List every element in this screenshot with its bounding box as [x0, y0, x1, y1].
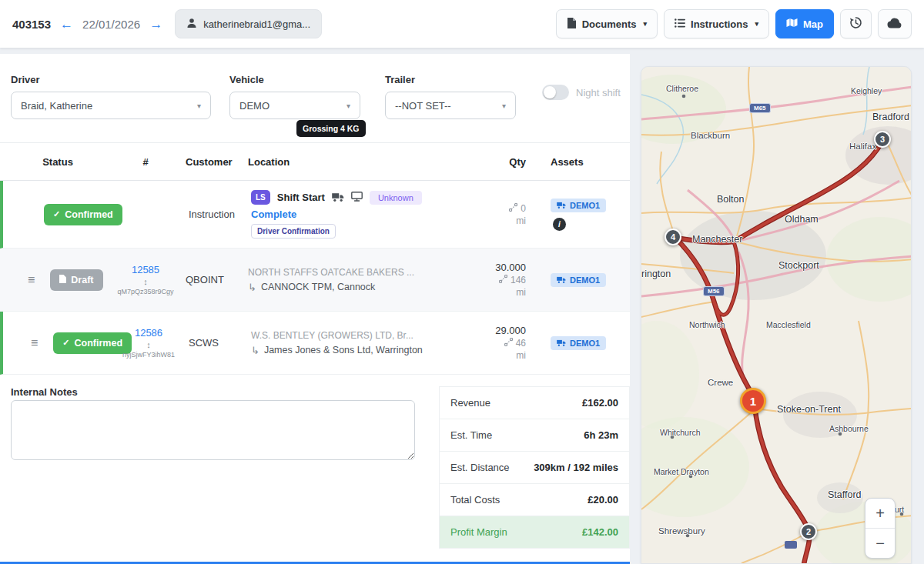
map-marker-3[interactable]: 3: [874, 131, 891, 148]
load-code: qM7pQz358r9Cgy: [117, 288, 173, 295]
internal-notes-label: Internal Notes: [11, 386, 78, 398]
map-marker-1-selected[interactable]: 1: [740, 388, 766, 414]
summary-value: 6h 23m: [584, 429, 618, 441]
job-date: 22/01/2026: [82, 18, 140, 31]
map-city-label: Whitchurch: [660, 428, 701, 437]
status-label: Confirmed: [75, 338, 123, 349]
distance-unit: mi: [516, 215, 526, 226]
summary-row-total-costs: Total Costs £20.00: [440, 484, 629, 516]
chevron-down-icon: ▾: [197, 102, 201, 110]
column-header-qty: Qty: [478, 156, 549, 168]
map-city-label: Northwich: [689, 320, 725, 329]
map-marker-2[interactable]: 2: [800, 523, 817, 540]
asset-badge[interactable]: DEMO1: [551, 273, 606, 287]
complete-link[interactable]: Complete: [251, 209, 296, 220]
map-city-label: Halifax: [849, 142, 876, 151]
driver-select[interactable]: Braid, Katherine ▾: [11, 92, 211, 119]
summary-value: £162.00: [582, 397, 618, 409]
instructions-label: Instructions: [691, 18, 748, 30]
trailer-value: --NOT SET--: [395, 100, 451, 112]
top-header-bar: 403153 ← 22/01/2026 → katherinebraid1@gm…: [0, 0, 924, 48]
motorway-badge: M56: [703, 286, 725, 296]
trailer-field: Trailer --NOT SET-- ▾: [385, 74, 516, 119]
header-actions: Documents ▾ Instructions ▾ Map: [556, 9, 912, 38]
load-number-link[interactable]: 12585: [132, 264, 159, 275]
asset-badge[interactable]: DEMO1: [551, 199, 606, 212]
monitor-icon: [351, 191, 363, 205]
chevron-down-icon: ▾: [755, 20, 758, 28]
prev-date-button[interactable]: ←: [60, 18, 73, 31]
next-date-button[interactable]: →: [149, 18, 162, 31]
grossing-tooltip: Grossing 4 KG: [296, 120, 366, 137]
truck-icon: [557, 275, 566, 285]
map-city-label: Stafford: [828, 489, 862, 500]
check-icon: ✓: [53, 209, 60, 219]
pickup-location: NORTH STAFFS OATCAKE BAKERS ...: [248, 267, 478, 278]
history-button[interactable]: [840, 9, 872, 38]
customer-cell: Instruction: [179, 181, 242, 248]
summary-row-revenue: Revenue £162.00: [440, 387, 629, 419]
map-city-label: Clitheroe: [666, 84, 698, 93]
column-header-number: #: [116, 156, 176, 168]
truck-icon: [557, 339, 566, 348]
financial-summary-table: Revenue £162.00 Est. Time 6h 23m Est. Di…: [439, 386, 630, 549]
reorder-icon[interactable]: ↕: [146, 340, 151, 349]
status-confirmed-button[interactable]: ✓ Confirmed: [44, 204, 122, 225]
summary-value: 309km / 192 miles: [534, 462, 618, 473]
map-city-label: rington: [641, 269, 671, 279]
night-shift-control: Night shift: [542, 85, 621, 100]
trailer-select[interactable]: --NOT SET-- ▾: [385, 92, 516, 119]
map-city-label: Stoke-on-Trent: [777, 404, 841, 415]
summary-label: Total Costs: [450, 494, 500, 506]
person-icon: [186, 18, 197, 31]
summary-label: Profit Margin: [450, 526, 507, 538]
vehicle-value: DEMO: [239, 100, 270, 112]
table-row-instruction: ✓ Confirmed Instruction LS Shift Start U…: [0, 181, 630, 249]
vehicle-label: Vehicle: [229, 74, 360, 85]
asset-badge[interactable]: DEMO1: [551, 336, 606, 350]
truck-icon: [557, 201, 566, 210]
history-icon: [849, 16, 862, 32]
loads-table-header: Status # Customer Location Qty Assets: [0, 142, 630, 181]
reorder-icon[interactable]: ↕: [143, 277, 148, 286]
route-distance-icon: [504, 338, 513, 349]
vehicle-select[interactable]: DEMO ▾: [229, 92, 360, 119]
sub-location-arrow-icon: ↳: [248, 282, 256, 293]
info-icon[interactable]: i: [553, 218, 566, 231]
route-distance-icon: [509, 203, 517, 214]
drag-handle-icon[interactable]: ≡: [28, 273, 35, 287]
status-draft-button[interactable]: Draft: [50, 269, 102, 291]
cloud-sync-button[interactable]: [878, 9, 912, 38]
job-number: 403153: [12, 18, 51, 31]
documents-label: Documents: [582, 18, 637, 30]
internal-notes-textarea[interactable]: [11, 400, 415, 460]
trailer-label: Trailer: [385, 74, 516, 85]
job-detail-panel: Driver Braid, Katherine ▾ Vehicle DEMO ▾…: [0, 54, 630, 564]
customer-cell: QBOINT: [176, 249, 239, 311]
map-button[interactable]: Map: [775, 9, 834, 38]
zoom-in-button[interactable]: +: [865, 499, 895, 528]
night-shift-toggle[interactable]: [542, 85, 569, 100]
map-city-label: Blackburn: [691, 131, 730, 140]
zoom-out-button[interactable]: −: [865, 529, 895, 558]
map-city-label: Oldham: [785, 214, 819, 225]
summary-value: £20.00: [588, 494, 618, 506]
route-map[interactable]: Clitheroe Keighley Bradford Blackburn Ha…: [641, 66, 912, 564]
map-city-label: Bolton: [717, 194, 744, 205]
delivery-location: CANNOCK TPM, Cannock: [261, 282, 375, 292]
chevron-down-icon: ▾: [644, 20, 648, 28]
map-marker-4[interactable]: 4: [665, 229, 681, 245]
instructions-button[interactable]: Instructions ▾: [664, 9, 769, 38]
driver-email-button[interactable]: katherinebraid1@gma...: [175, 9, 322, 38]
driver-value: Braid, Katherine: [21, 100, 92, 112]
motorway-badge: M65: [749, 103, 771, 113]
map-city-label: Keighley: [851, 86, 882, 95]
documents-button[interactable]: Documents ▾: [556, 9, 658, 38]
map-label: Map: [803, 18, 823, 30]
summary-label: Est. Time: [450, 429, 492, 441]
load-number-link[interactable]: 12586: [135, 327, 162, 339]
column-header-location: Location: [239, 156, 478, 168]
vehicle-field: Vehicle DEMO ▾: [229, 74, 360, 119]
drag-handle-icon[interactable]: ≡: [31, 336, 38, 350]
asset-label: DEMO1: [570, 275, 600, 285]
